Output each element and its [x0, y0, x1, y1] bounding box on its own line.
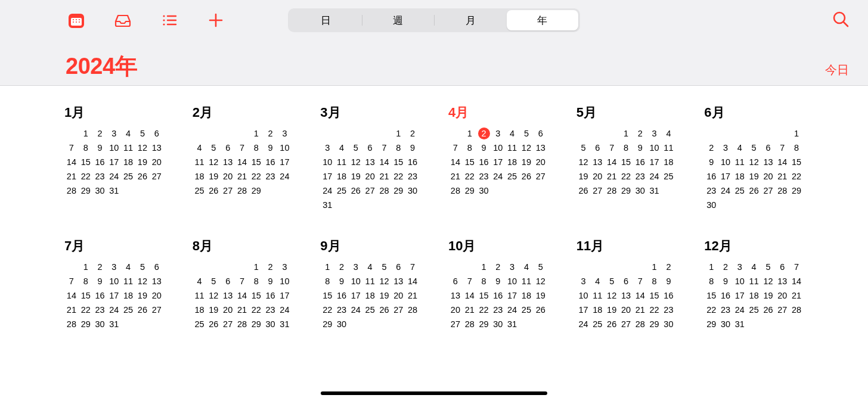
day-cell[interactable]: 25: [334, 185, 349, 197]
day-cell[interactable]: 4: [747, 261, 761, 273]
day-cell[interactable]: 29: [249, 185, 264, 197]
day-cell[interactable]: 4: [363, 261, 377, 273]
day-cell[interactable]: 18: [519, 290, 534, 301]
day-cell[interactable]: 15: [79, 156, 93, 168]
day-cell[interactable]: 4: [662, 128, 676, 139]
day-cell[interactable]: 23: [662, 304, 676, 316]
day-cell[interactable]: 20: [590, 170, 604, 182]
day-cell[interactable]: 12: [747, 156, 761, 168]
day-cell[interactable]: 31: [733, 318, 747, 330]
day-cell[interactable]: 18: [662, 156, 676, 168]
day-cell[interactable]: 15: [619, 156, 633, 168]
day-cell[interactable]: 17: [320, 170, 334, 182]
day-cell[interactable]: 29: [79, 185, 93, 197]
day-cell[interactable]: 8: [79, 142, 93, 154]
day-cell[interactable]: 25: [193, 185, 207, 197]
day-cell[interactable]: 5: [206, 142, 221, 154]
day-cell[interactable]: 7: [64, 142, 79, 154]
day-cell[interactable]: 14: [604, 156, 619, 168]
day-cell[interactable]: 5: [747, 142, 761, 154]
day-cell[interactable]: 3: [505, 261, 519, 273]
day-cell[interactable]: 11: [193, 290, 207, 301]
day-cell[interactable]: 10: [349, 275, 363, 287]
day-cell[interactable]: 31: [278, 318, 292, 330]
day-cell[interactable]: 10: [647, 142, 662, 154]
day-cell[interactable]: 19: [519, 156, 534, 168]
day-cell[interactable]: 2: [704, 142, 718, 154]
month-block[interactable]: 9月12345678910111213141516171819202122232…: [320, 237, 420, 330]
day-cell[interactable]: 3: [349, 261, 363, 273]
day-cell[interactable]: 15: [249, 156, 264, 168]
day-cell[interactable]: 28: [633, 318, 647, 330]
day-cell[interactable]: 10: [278, 275, 292, 287]
day-cell[interactable]: 23: [264, 304, 278, 316]
day-cell[interactable]: 15: [647, 290, 662, 301]
day-cell[interactable]: 26: [534, 304, 548, 316]
day-cell[interactable]: 25: [193, 318, 207, 330]
day-cell[interactable]: 27: [619, 318, 633, 330]
day-cell[interactable]: 28: [64, 318, 79, 330]
day-cell[interactable]: 3: [320, 142, 334, 154]
day-cell[interactable]: 12: [377, 275, 392, 287]
day-cell[interactable]: 13: [619, 290, 633, 301]
day-cell[interactable]: 22: [79, 304, 93, 316]
day-cell[interactable]: 3: [278, 261, 292, 273]
day-cell[interactable]: 30: [704, 199, 718, 211]
day-cell[interactable]: 17: [733, 290, 747, 301]
day-cell[interactable]: 22: [647, 304, 662, 316]
day-cell[interactable]: 17: [718, 170, 733, 182]
day-cell[interactable]: 19: [604, 304, 619, 316]
day-cell[interactable]: 7: [235, 275, 249, 287]
day-cell[interactable]: 2: [491, 261, 505, 273]
day-cell[interactable]: 8: [249, 142, 264, 154]
month-block[interactable]: 2月12345678910111213141516171819202122232…: [193, 104, 292, 211]
day-cell[interactable]: 19: [534, 290, 548, 301]
day-cell[interactable]: 21: [448, 170, 463, 182]
calendar-icon[interactable]: [66, 10, 87, 31]
day-cell[interactable]: 3: [647, 128, 662, 139]
tab-day[interactable]: 日: [290, 10, 362, 30]
day-cell[interactable]: 31: [107, 318, 121, 330]
day-cell[interactable]: 16: [405, 156, 420, 168]
day-cell[interactable]: 1: [79, 261, 93, 273]
day-cell[interactable]: 5: [534, 261, 548, 273]
day-cell[interactable]: 7: [633, 275, 647, 287]
day-cell[interactable]: 18: [363, 290, 377, 301]
day-cell[interactable]: 25: [519, 304, 534, 316]
day-cell[interactable]: 15: [249, 290, 264, 301]
day-cell[interactable]: 20: [775, 290, 789, 301]
day-cell[interactable]: 12: [534, 275, 548, 287]
day-cell[interactable]: 29: [704, 318, 718, 330]
day-cell[interactable]: 12: [135, 142, 150, 154]
day-cell[interactable]: 19: [206, 170, 221, 182]
day-cell[interactable]: 9: [662, 275, 676, 287]
month-block[interactable]: 10月1234567891011121314151617181920212223…: [448, 237, 548, 330]
day-cell[interactable]: 20: [619, 304, 633, 316]
day-cell[interactable]: 20: [391, 290, 405, 301]
day-cell[interactable]: 15: [789, 156, 804, 168]
day-cell[interactable]: 7: [405, 261, 420, 273]
day-cell[interactable]: 4: [121, 261, 135, 273]
day-cell[interactable]: 13: [761, 156, 776, 168]
day-cell[interactable]: 21: [235, 170, 249, 182]
day-cell[interactable]: 13: [150, 275, 164, 287]
day-cell[interactable]: 22: [789, 170, 804, 182]
day-cell[interactable]: 15: [391, 156, 405, 168]
day-cell[interactable]: 9: [93, 275, 107, 287]
day-cell[interactable]: 3: [278, 128, 292, 139]
day-cell[interactable]: 16: [334, 290, 349, 301]
day-cell[interactable]: 27: [221, 318, 235, 330]
day-cell[interactable]: 28: [377, 185, 392, 197]
day-cell[interactable]: 7: [775, 142, 789, 154]
day-cell[interactable]: 28: [405, 304, 420, 316]
day-cell[interactable]: 13: [221, 290, 235, 301]
day-cell[interactable]: 30: [491, 318, 505, 330]
day-cell[interactable]: 9: [477, 142, 491, 154]
day-cell[interactable]: 10: [505, 275, 519, 287]
day-cell[interactable]: 29: [391, 185, 405, 197]
day-cell[interactable]: 2: [334, 261, 349, 273]
day-cell[interactable]: 30: [405, 185, 420, 197]
day-cell[interactable]: 22: [704, 304, 718, 316]
day-cell[interactable]: 11: [505, 142, 519, 154]
day-cell[interactable]: 30: [662, 318, 676, 330]
